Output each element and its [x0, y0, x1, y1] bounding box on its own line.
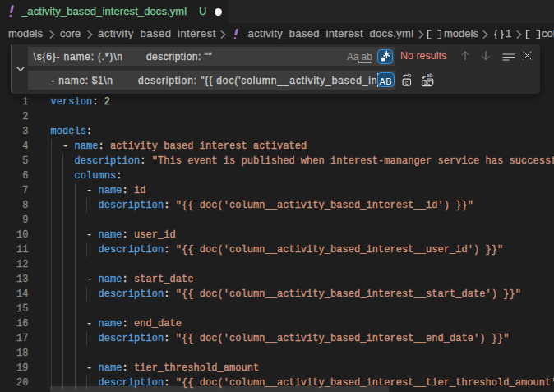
svg-text:ab: ab — [427, 72, 433, 78]
svg-text:b: b — [408, 72, 411, 78]
svg-text:ac: ac — [424, 80, 431, 85]
svg-text:c: c — [405, 79, 409, 85]
